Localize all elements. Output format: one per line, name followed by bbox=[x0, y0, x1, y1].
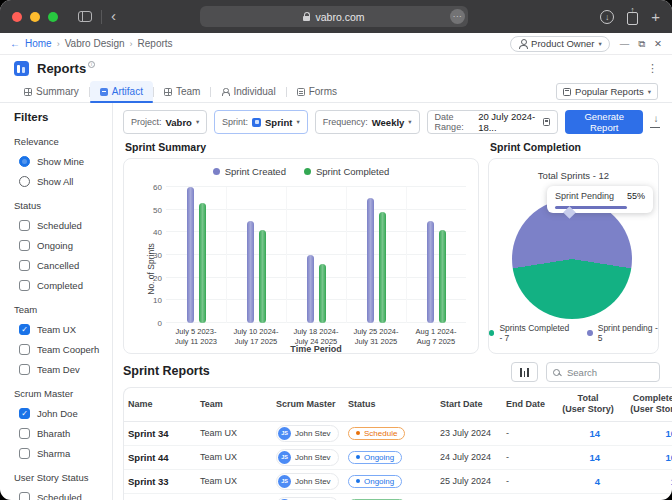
sprint-dropdown[interactable]: Sprint: Sprint ▾ bbox=[214, 110, 308, 134]
url-bar[interactable]: vabro.com ··· bbox=[200, 6, 468, 27]
cell-total-user-story[interactable]: 14 bbox=[558, 445, 618, 469]
filter-option-team-cooperh[interactable]: Team Cooperh bbox=[14, 344, 106, 355]
table-row[interactable]: Sprint 34Team UXJSJohn StevSchedule23 Ju… bbox=[124, 421, 672, 445]
bar-sprint-completed[interactable] bbox=[319, 264, 326, 323]
minimize-icon[interactable]: — bbox=[620, 38, 630, 49]
scrum-master-chip[interactable]: JSJohn Stev bbox=[276, 449, 339, 466]
generate-report-button[interactable]: Generate Report bbox=[565, 110, 643, 134]
bar-sprint-created[interactable] bbox=[187, 187, 194, 323]
cell-completed-user-story[interactable]: 10 bbox=[618, 421, 672, 445]
share-icon[interactable] bbox=[627, 12, 638, 25]
checkbox-unchecked[interactable] bbox=[19, 344, 30, 355]
new-tab-icon[interactable]: + bbox=[651, 9, 660, 24]
cell-total-user-story[interactable]: 4 bbox=[558, 469, 618, 493]
breadcrumb-home[interactable]: Home bbox=[25, 38, 52, 49]
filter-option-scheduled[interactable]: Scheduled bbox=[14, 220, 106, 231]
checkbox-unchecked[interactable] bbox=[19, 364, 30, 375]
pie-graphic[interactable] bbox=[512, 199, 632, 319]
filter-option-show-all[interactable]: Show All bbox=[14, 176, 106, 187]
project-dropdown[interactable]: Project: Vabro ▾ bbox=[123, 110, 207, 134]
tab-team[interactable]: Team bbox=[154, 81, 210, 102]
sidebar-toggle-icon[interactable] bbox=[78, 11, 92, 22]
more-menu-icon[interactable]: ⋮ bbox=[647, 62, 658, 75]
tab-artifact[interactable]: Artifact bbox=[90, 81, 153, 102]
cell-total-user-story[interactable]: 38 bbox=[558, 493, 618, 500]
scrum-master-chip[interactable]: JSJohn Stev bbox=[276, 497, 339, 500]
filter-option-label: Scheduled bbox=[37, 492, 82, 500]
cell-completed-user-story[interactable]: 1 bbox=[618, 469, 672, 493]
reader-options-icon[interactable]: ··· bbox=[450, 9, 465, 24]
scrum-master-chip[interactable]: JSJohn Stev bbox=[276, 425, 339, 442]
bar-sprint-created[interactable] bbox=[427, 221, 434, 323]
role-selector[interactable]: Product Owner ▾ bbox=[510, 36, 610, 52]
filter-option-ongoing[interactable]: Ongoing bbox=[14, 240, 106, 251]
filter-option-team-dev[interactable]: Team Dev bbox=[14, 364, 106, 375]
minimize-window-icon[interactable] bbox=[30, 12, 40, 22]
cell-total-user-story[interactable]: 14 bbox=[558, 421, 618, 445]
date-range-label: Date Range: bbox=[435, 112, 475, 132]
filter-option-team-ux[interactable]: ✓Team UX bbox=[14, 324, 106, 335]
checkbox-unchecked[interactable] bbox=[19, 260, 30, 271]
filter-option-show-mine[interactable]: Show Mine bbox=[14, 156, 106, 167]
bar-sprint-created[interactable] bbox=[247, 221, 254, 323]
search-box[interactable] bbox=[546, 362, 660, 382]
close-icon[interactable]: ✕ bbox=[654, 38, 662, 49]
bar-sprint-created[interactable] bbox=[307, 255, 314, 323]
frequency-dropdown[interactable]: Frequency: Weekly ▾ bbox=[315, 110, 420, 134]
filter-option-label: John Doe bbox=[37, 408, 78, 419]
downloads-icon[interactable]: ↓ bbox=[600, 10, 614, 24]
popular-reports-dropdown[interactable]: Popular Reports ▾ bbox=[556, 83, 658, 100]
checkbox-unchecked[interactable] bbox=[19, 220, 30, 231]
restore-icon[interactable]: ⧉ bbox=[638, 38, 645, 50]
info-icon[interactable]: i bbox=[88, 61, 95, 68]
tab-label: Individual bbox=[233, 86, 275, 97]
sprint-reports-table: NameTeamScrum MasterStatusStart DateEnd … bbox=[123, 387, 672, 500]
table-row[interactable]: Sprint 44Team UXJSJohn StevOngoing24 Jul… bbox=[124, 445, 672, 469]
breadcrumb-vabro-design[interactable]: Vabro Design bbox=[65, 38, 125, 49]
radio-checked[interactable] bbox=[19, 156, 30, 167]
radio-unchecked[interactable] bbox=[19, 176, 30, 187]
bar-sprint-completed[interactable] bbox=[379, 212, 386, 323]
search-input[interactable] bbox=[565, 366, 645, 379]
cell-completed-user-story[interactable]: 30 bbox=[618, 493, 672, 500]
checkbox-unchecked[interactable] bbox=[19, 280, 30, 291]
cell-completed-user-story[interactable]: 10 bbox=[618, 445, 672, 469]
scrum-master-name: John Stev bbox=[295, 453, 331, 462]
tab-forms[interactable]: Forms bbox=[287, 81, 347, 102]
date-range-picker[interactable]: Date Range: 20 July 2024- 18... bbox=[427, 110, 558, 134]
calendar-icon bbox=[543, 118, 550, 126]
tab-individual[interactable]: Individual bbox=[211, 81, 285, 102]
bar-sprint-completed[interactable] bbox=[199, 203, 206, 323]
x-axis-title: Time Period bbox=[166, 344, 466, 354]
bar-sprint-completed[interactable] bbox=[259, 230, 266, 323]
back-icon[interactable]: ‹ bbox=[111, 8, 116, 23]
filter-option-completed[interactable]: Completed bbox=[14, 280, 106, 291]
scrum-master-chip[interactable]: JSJohn Stev bbox=[276, 473, 339, 490]
filter-option-label: Completed bbox=[37, 280, 83, 291]
zoom-window-icon[interactable] bbox=[48, 12, 58, 22]
checkbox-unchecked[interactable] bbox=[19, 448, 30, 459]
filter-option-scheduled[interactable]: Scheduled bbox=[14, 492, 106, 500]
columns-settings-icon[interactable] bbox=[511, 362, 538, 382]
filter-option-john-doe[interactable]: ✓John Doe bbox=[14, 408, 106, 419]
table-row[interactable]: Sprint 22Team UXJSJohn StevComplete26 Ju… bbox=[124, 493, 672, 500]
filter-option-cancelled[interactable]: Cancelled bbox=[14, 260, 106, 271]
download-report-icon[interactable] bbox=[650, 117, 660, 128]
column-header: Scrum Master bbox=[272, 388, 344, 421]
status-dot bbox=[356, 479, 360, 483]
bar-sprint-completed[interactable] bbox=[439, 230, 446, 323]
filter-option-bharath[interactable]: Bharath bbox=[14, 428, 106, 439]
checkbox-unchecked[interactable] bbox=[19, 492, 30, 500]
checkbox-unchecked[interactable] bbox=[19, 240, 30, 251]
close-window-icon[interactable] bbox=[12, 12, 22, 22]
checkbox-checked[interactable]: ✓ bbox=[19, 324, 30, 335]
scrum-master-name: John Stev bbox=[295, 477, 331, 486]
tab-summary[interactable]: Summary bbox=[14, 81, 89, 102]
cell-scrum-master: JSJohn Stev bbox=[272, 421, 344, 445]
back-arrow-icon[interactable]: ← bbox=[10, 38, 20, 49]
checkbox-checked[interactable]: ✓ bbox=[19, 408, 30, 419]
filter-option-sharma[interactable]: Sharma bbox=[14, 448, 106, 459]
bar-sprint-created[interactable] bbox=[367, 198, 374, 323]
table-row[interactable]: Sprint 33Team UXJSJohn StevOngoing25 Jul… bbox=[124, 469, 672, 493]
checkbox-unchecked[interactable] bbox=[19, 428, 30, 439]
